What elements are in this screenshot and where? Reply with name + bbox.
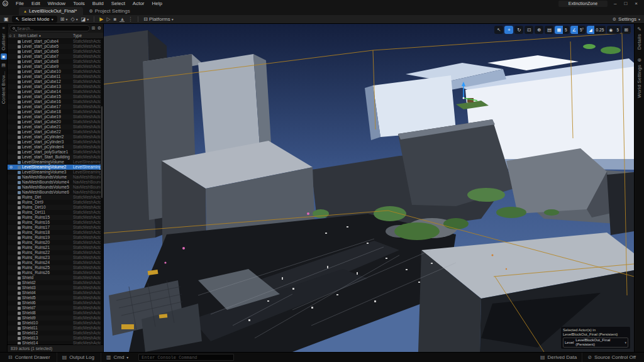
menu-edit[interactable]: Edit	[28, 1, 44, 6]
rotate-tool-button[interactable]: ↻	[514, 26, 523, 34]
outliner-row[interactable]: Shield2StaticMeshActor	[8, 280, 103, 285]
add-folder-icon[interactable]: ⊞	[92, 26, 96, 31]
outliner-row[interactable]: Shield14StaticMeshActor	[8, 341, 103, 344]
outliner-row[interactable]: Level_start_pCube18StaticMeshActor	[8, 109, 103, 114]
search-input[interactable]	[17, 26, 87, 31]
outliner-row[interactable]: Level_start_pCube13StaticMeshActor	[8, 84, 103, 89]
outliner-row[interactable]: Ruins_Ruins24StaticMeshActor	[8, 260, 103, 265]
level-viewport[interactable]: ↖ + ↻ ⊡ ⊕ ▤ ▦ 5 ∠ 5° ◢ 0.25	[104, 24, 634, 352]
outliner-row[interactable]: Ruins_Ruins15StaticMeshActor	[8, 215, 103, 220]
menu-help[interactable]: Help	[148, 1, 166, 6]
outliner-row[interactable]: NavMeshBoundsVolumeNavMeshBoundsVolume	[8, 175, 103, 180]
cmd-dropdown[interactable]: ▥ Cmd ▾	[101, 353, 133, 362]
output-log-button[interactable]: ▤ Output Log	[57, 353, 99, 362]
menu-tools[interactable]: Tools	[69, 1, 89, 6]
outliner-row[interactable]: Ruins_Ruins20StaticMeshActor	[8, 240, 103, 245]
rotation-snap-control[interactable]: ∠ 5°	[570, 26, 586, 34]
grid-snap-control[interactable]: ▦ 5	[555, 26, 569, 34]
select-mode-dropdown[interactable]: ↖ Select Mode ▾	[12, 16, 57, 23]
eject-button[interactable]: ▲	[119, 17, 125, 22]
outliner-row[interactable]: Shield11StaticMeshActor	[8, 326, 103, 331]
current-level-dropdown[interactable]: Level LevelBlockOut_Final (Persistent) ▾	[563, 337, 628, 348]
menu-select[interactable]: Select	[108, 1, 129, 6]
outliner-row[interactable]: Shield12StaticMeshActor	[8, 331, 103, 336]
outliner-row[interactable]: Ruins_Ruins26StaticMeshActor	[8, 270, 103, 275]
scale-snap-value[interactable]: 0.25	[594, 26, 606, 34]
outliner-row[interactable]: Level_start_pCube7StaticMeshActor	[8, 54, 103, 59]
source-control-button[interactable]: ⊘ Source Control Off	[582, 353, 641, 362]
blueprints-dropdown[interactable]: ◇▾	[70, 16, 77, 22]
derived-data-button[interactable]: ▤ Derived Data	[535, 353, 582, 362]
outliner-settings-icon[interactable]: ⚙	[97, 26, 101, 31]
outliner-row[interactable]: Level_start_pCube6StaticMeshActor	[8, 49, 103, 54]
outliner-row[interactable]: ShieldStaticMeshActor	[8, 275, 103, 280]
outliner-row[interactable]: Ruins_Dirt9StaticMeshActor	[8, 200, 103, 205]
platforms-dropdown[interactable]: ⊟ Platforms ▾	[143, 16, 174, 22]
camera-speed-control[interactable]: ◉ 5	[607, 26, 621, 34]
outliner-icon[interactable]: ≡	[2, 26, 4, 30]
outliner-row[interactable]: Shield3StaticMeshActor	[8, 285, 103, 290]
outliner-scrollbar[interactable]	[101, 39, 103, 344]
outliner-row[interactable]: Level_start_pCube10StaticMeshActor	[8, 69, 103, 74]
world-space-toggle[interactable]: ⊕	[535, 26, 543, 34]
camera-speed-value[interactable]: 5	[614, 26, 621, 34]
outliner-row[interactable]: Level_start_pCylinder4StaticMeshActor	[8, 145, 103, 150]
outliner-row[interactable]: NavMeshBoundsVolume4NavMeshBoundsVolume	[8, 180, 103, 185]
column-type[interactable]: Type	[73, 33, 103, 38]
outliner-row[interactable]: Level_start_pCube16StaticMeshActor	[8, 99, 103, 104]
outliner-row[interactable]: Ruins_Ruins18StaticMeshActor	[8, 230, 103, 235]
outliner-row[interactable]: Level_start_pCube9StaticMeshActor	[8, 64, 103, 69]
menu-actor[interactable]: Actor	[129, 1, 148, 6]
outliner-row[interactable]: ⊙LevelStreamingVolume2LevelStreamingVolu…	[8, 165, 103, 170]
rotation-snap-value[interactable]: 5°	[578, 26, 586, 34]
cinematics-dropdown[interactable]: ◪▾	[81, 16, 89, 22]
outliner-row[interactable]: Shield5StaticMeshActor	[8, 295, 103, 300]
tab-level[interactable]: ▲ LevelBlockOut_Final*	[19, 7, 83, 15]
visibility-column-icon[interactable]: ⊙	[9, 34, 12, 38]
outliner-row[interactable]: Ruins_Ruins19StaticMeshActor	[8, 235, 103, 240]
outliner-row[interactable]: Ruins_Ruins22StaticMeshActor	[8, 250, 103, 255]
outliner-row[interactable]: Level_start_pCube17StaticMeshActor	[8, 104, 103, 109]
outliner-search[interactable]	[9, 25, 90, 31]
pin-column-icon[interactable]: ↧	[13, 34, 16, 38]
outliner-row[interactable]: Level_start_pCube20StaticMeshActor	[8, 119, 103, 124]
settings-dropdown[interactable]: ⚙ Settings ▾	[613, 16, 640, 22]
outliner-row[interactable]: Level_start_pCube12StaticMeshActor	[8, 79, 103, 84]
content-drawer-button[interactable]: ⊟ Content Drawer	[3, 353, 55, 362]
grid-snap-value[interactable]: 5	[563, 26, 569, 34]
active-drawer-icon[interactable]: ▣	[1, 53, 7, 60]
tab-world-settings[interactable]: ⊕ World Settings	[636, 57, 642, 98]
add-actor-dropdown[interactable]: ⊞▾	[60, 16, 68, 22]
column-item-label[interactable]: Item Label ▲	[18, 33, 73, 38]
maximize-viewport-button[interactable]: ⊞	[622, 26, 631, 34]
outliner-row[interactable]: LevelStreamingVolume3LevelStreamingVolum…	[8, 170, 103, 175]
outliner-row[interactable]: NavMeshBoundsVolume5NavMeshBoundsVolume	[8, 185, 103, 190]
minimize-button[interactable]: –	[614, 1, 616, 6]
outliner-row[interactable]: Level_start_Start_BuildingStaticMeshActo…	[8, 155, 103, 160]
outliner-row[interactable]: Ruins_DirtStaticMeshActor	[8, 195, 103, 200]
tab-outliner[interactable]: Outliner	[1, 33, 6, 50]
close-button[interactable]: ×	[635, 1, 638, 6]
outliner-row[interactable]: Level_start_pCube5StaticMeshActor	[8, 44, 103, 49]
tab-content-browser[interactable]: Content Brow...	[1, 71, 6, 104]
outliner-row[interactable]: Shield7StaticMeshActor	[8, 305, 103, 310]
outliner-row[interactable]: Level_start_pCube21StaticMeshActor	[8, 124, 103, 129]
viewport-3d-scene[interactable]	[104, 24, 634, 352]
outliner-row[interactable]: Level_start_pCube11StaticMeshActor	[8, 74, 103, 79]
console-command-input[interactable]	[142, 355, 231, 360]
outliner-row[interactable]: Level_start_pCylinder2StaticMeshActor	[8, 134, 103, 140]
outliner-row[interactable]: Level_start_pCube8StaticMeshActor	[8, 59, 103, 64]
content-browser-icon[interactable]: ▤	[1, 63, 6, 68]
tab-project-settings[interactable]: ⚙ Project Settings	[84, 7, 136, 15]
play-button[interactable]: ▶	[99, 16, 103, 22]
outliner-row[interactable]: Shield6StaticMeshActor	[8, 300, 103, 305]
outliner-row[interactable]: Shield9StaticMeshActor	[8, 315, 103, 321]
outliner-row[interactable]: NavMeshBoundsVolume6NavMeshBoundsVolume	[8, 190, 103, 195]
tab-details[interactable]: ✎ Details	[636, 26, 642, 50]
outliner-row[interactable]: Level_start_pCylinder3StaticMeshActor	[8, 140, 103, 145]
play-options-kebab[interactable]: ⋮	[128, 16, 133, 22]
surface-snap-toggle[interactable]: ▤	[545, 26, 553, 34]
console-command-box[interactable]	[138, 354, 234, 361]
outliner-row[interactable]: Level_start_pCube4StaticMeshActor	[8, 39, 103, 44]
menu-build[interactable]: Build	[89, 1, 108, 6]
